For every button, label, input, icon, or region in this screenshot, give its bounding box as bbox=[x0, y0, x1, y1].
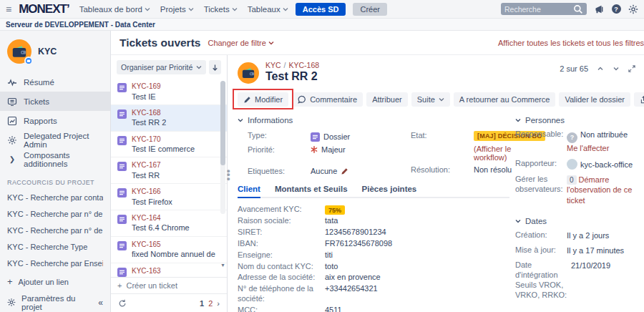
field-value: toto bbox=[325, 262, 338, 271]
ticket-list-item-kyc-168[interactable]: KYC-168Test RR 2 bbox=[111, 104, 227, 131]
field-label: SIRET: bbox=[238, 228, 325, 237]
sidebar-item-rapports[interactable]: Rapports bbox=[0, 111, 110, 130]
project-avatar[interactable] bbox=[7, 39, 31, 64]
shortcut-link-4[interactable]: KYC - Recherche Type bbox=[7, 238, 103, 255]
field-row-avancement-kyc: Avancement KYC:75% bbox=[238, 205, 509, 214]
field-row-n-de-telephone-de-la-societe: N° de téléphone de la société:+334426543… bbox=[238, 284, 509, 303]
shortcut-link-2[interactable]: KYC - Recherche par n° de ticket bbox=[7, 205, 103, 222]
priority-text: Majeur bbox=[321, 145, 346, 154]
next-ticket-icon[interactable] bbox=[613, 65, 620, 72]
start-watching-link[interactable]: Démarre l'observation de ce ticket bbox=[567, 175, 632, 205]
list-scrollbar[interactable] bbox=[220, 81, 225, 214]
dates-section-header[interactable]: Dates bbox=[515, 217, 635, 225]
field-row-adresse-de-la-societe: Adresse de la société:aix en provence bbox=[238, 273, 509, 282]
updated-label: Mise à jour: bbox=[515, 245, 567, 255]
sidebar-item-delegated-project-admin[interactable]: Delegated Project Admin bbox=[0, 130, 110, 150]
project-settings-link[interactable]: Paramètres du projet bbox=[21, 294, 92, 311]
comment-button[interactable]: Commentaire bbox=[292, 92, 363, 107]
megaphone-icon[interactable] bbox=[594, 4, 604, 14]
client-fields: Avancement KYC:75%Raison sociale:tataSIR… bbox=[238, 205, 509, 312]
acces-sd-button[interactable]: Accès SD bbox=[296, 3, 346, 16]
pane-resize-handle[interactable]: ●●● bbox=[227, 170, 230, 181]
topbar-menu-projets[interactable]: Projets bbox=[160, 5, 194, 14]
add-link-button[interactable]: + Ajouter un lien bbox=[7, 271, 103, 292]
menu-label: Projets bbox=[160, 5, 186, 14]
sort-by-dropdown[interactable]: Organiser par Priorité bbox=[117, 60, 206, 74]
people-section-header[interactable]: Personnes bbox=[515, 116, 635, 125]
search-input[interactable] bbox=[504, 5, 573, 14]
sidebar-collapse-button[interactable]: « bbox=[98, 298, 103, 308]
sidebar-item-composants-additionnels[interactable]: ❯Composants additionnels bbox=[0, 150, 110, 169]
field-label: Enseigne: bbox=[238, 250, 325, 260]
assign-button[interactable]: Attribuer bbox=[366, 92, 408, 107]
hamburger-menu-icon[interactable]: ≡ bbox=[6, 4, 11, 14]
search-icon[interactable] bbox=[573, 4, 583, 14]
shortcut-link-1[interactable]: KYC - Recherche par contact bbox=[7, 189, 103, 205]
sort-direction-button[interactable] bbox=[209, 60, 221, 74]
list-bottom-bar: 1 2 › bbox=[111, 293, 227, 312]
topbar-menu-tableaux[interactable]: Tableaux bbox=[248, 5, 288, 14]
help-icon[interactable]: ? bbox=[611, 4, 621, 14]
edit-labels-pencil-icon[interactable] bbox=[341, 167, 348, 175]
shortcut-link-3[interactable]: KYC - Recherche par n° de SIRET bbox=[7, 222, 103, 238]
ticket-toolbar: Modifier Commentaire Attribuer Suite bbox=[238, 92, 635, 107]
ticket-list-item-kyc-167[interactable]: KYC-167Test RR bbox=[111, 157, 227, 183]
more-actions-button[interactable]: Suite bbox=[411, 92, 450, 107]
tab-pieces-jointes[interactable]: Pièces jointes bbox=[362, 185, 417, 197]
expand-icon[interactable] bbox=[628, 65, 635, 72]
ticket-list-item-kyc-164[interactable]: KYC-164Test 6.4 Chrome bbox=[111, 210, 227, 236]
ticket-list-item-kyc-166[interactable]: KYC-166Test Firefox bbox=[111, 183, 227, 210]
tab-client[interactable]: Client bbox=[238, 185, 260, 198]
previous-ticket-icon[interactable] bbox=[597, 65, 604, 72]
informations-section-header[interactable]: Informations bbox=[238, 116, 509, 125]
sidebar-item-label: Delegated Project Admin bbox=[24, 132, 103, 149]
page-2[interactable]: 2 bbox=[208, 299, 213, 308]
export-button[interactable]: Exporter bbox=[634, 92, 644, 107]
next-page-button[interactable]: › bbox=[217, 299, 220, 308]
sidebar-item-label: Composants additionnels bbox=[24, 151, 103, 168]
ticket-list-item-kyc-165[interactable]: KYC-165fixed Nombre annuel de transac... bbox=[111, 236, 227, 263]
edit-button[interactable]: Modifier bbox=[238, 92, 288, 107]
comment-bubble-icon bbox=[298, 95, 306, 104]
ticket-key: KYC-166 bbox=[132, 187, 172, 197]
sidebar-item-resume[interactable]: Résumé bbox=[0, 72, 110, 92]
shortcuts-title: RACCOURCIS DU PROJET bbox=[7, 179, 103, 186]
shortcut-list: KYC - Recherche par contactKYC - Recherc… bbox=[7, 189, 103, 271]
validate-dossier-button[interactable]: Valider le dossier bbox=[559, 92, 630, 107]
integration-date-value: 21/10/2019 bbox=[571, 260, 610, 300]
scroll-down-arrow-icon[interactable]: ▼ bbox=[220, 263, 225, 268]
priority-label: Priorité: bbox=[248, 145, 311, 154]
tab-montants-et-seuils[interactable]: Montants et Seuils bbox=[275, 185, 348, 197]
chevron-down-icon bbox=[439, 97, 444, 102]
ticket-key: KYC-167 bbox=[132, 160, 161, 170]
assignee-text: Non attribuée bbox=[580, 130, 628, 139]
topbar-menu-tableaux-de-bord[interactable]: Tableaux de bord bbox=[79, 5, 150, 14]
field-row-raison-sociale: Raison sociale:tata bbox=[238, 216, 509, 225]
assign-to-me-link[interactable]: Me l'affecter bbox=[567, 144, 609, 152]
change-filter-link[interactable]: Changer de filtre bbox=[208, 39, 273, 47]
sidebar-item-tickets[interactable]: Tickets bbox=[0, 92, 110, 111]
shortcut-link-5[interactable]: KYC - Recherche par Enseigne bbox=[7, 255, 103, 271]
topbar-menu-tickets[interactable]: Tickets bbox=[204, 5, 238, 14]
field-row-nom-du-contact-kyc: Nom du contact KYC:toto bbox=[238, 262, 509, 271]
type-value: Dossier bbox=[311, 131, 411, 142]
return-to-commerce-button[interactable]: A retourner au Commerce bbox=[454, 92, 556, 107]
search-box[interactable] bbox=[501, 3, 587, 15]
refresh-icon[interactable] bbox=[118, 299, 127, 308]
ticket-list-item-kyc-169[interactable]: KYC-169Test IE bbox=[111, 79, 227, 104]
page-title: Tickets ouverts bbox=[119, 36, 200, 49]
chevron-down-icon bbox=[515, 218, 521, 224]
create-ticket-button[interactable]: + Créer un ticket bbox=[111, 277, 227, 293]
ticket-list-item-kyc-170[interactable]: KYC-170Test IE commerce bbox=[111, 131, 227, 157]
labels-label: Etiquettes: bbox=[248, 167, 311, 175]
gear-icon[interactable] bbox=[628, 4, 638, 14]
ticket-key: KYC-165 bbox=[132, 240, 216, 250]
ticket-list-item-kyc-163[interactable]: KYC-163test 6.4 bbox=[111, 263, 227, 277]
breadcrumb-ticket-link[interactable]: KYC-168 bbox=[289, 61, 320, 69]
page-1[interactable]: 1 bbox=[200, 299, 204, 308]
breadcrumb-project-link[interactable]: KYC bbox=[265, 61, 281, 69]
arrow-down-icon bbox=[211, 64, 219, 72]
show-all-tickets-link[interactable]: Afficher toutes les tickets et tous les … bbox=[498, 39, 644, 47]
ticket-summary: Test IE bbox=[132, 92, 161, 102]
create-button[interactable]: Créer bbox=[353, 3, 387, 16]
